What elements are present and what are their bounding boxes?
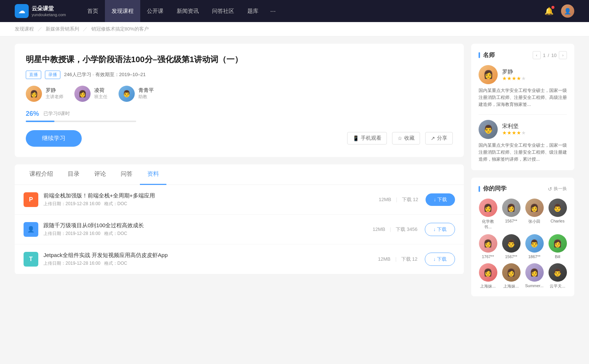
mobile-icon: 📱 (353, 135, 359, 141)
classmate-name-5: 1567** (505, 254, 517, 259)
favorite-button[interactable]: ☆ 收藏 (392, 132, 420, 144)
tab-comment[interactable]: 评论 (87, 164, 113, 185)
notification-dot (551, 6, 554, 9)
classmate-avatar-3: 👨 (549, 199, 567, 217)
teacher-name-1: 凌荷 (94, 87, 107, 94)
classmates-grid: 👩 化学教书... 👩 1567** 👩 张小田 👨 Charles 👩 (479, 199, 567, 289)
share-button[interactable]: ↗ 分享 (425, 132, 453, 144)
tab-catalog[interactable]: 目录 (60, 164, 87, 185)
resource-title-2: Jetpack全组件实战 开发短视频应用高仿皮皮虾App (43, 252, 378, 259)
teacher-role-1: 班主任 (94, 94, 107, 100)
breadcrumb-current: 销冠修炼术搞定80%的客户 (91, 26, 149, 32)
classmate-avatar-8: 👩 (479, 263, 497, 282)
breadcrumb-discover[interactable]: 发现课程 (15, 26, 34, 32)
classmate-item-11[interactable]: 👨 云平天... (548, 263, 567, 289)
classmate-avatar-6: 👨 (525, 234, 544, 253)
logo-icon: ☁ (15, 4, 29, 18)
refresh-classmates-button[interactable]: ↺ 换一换 (548, 186, 567, 192)
teacher-item-2: 👨 青青平 助教 (119, 86, 154, 102)
teacher-name-2: 青青平 (138, 87, 154, 94)
resource-item-1: 👤 跟随千万级项目从0到100全过程高效成长 上传日期：2019-12-28 1… (15, 215, 464, 245)
download-button-0[interactable]: ↓ 下载 (426, 193, 455, 206)
classmate-item-9[interactable]: 👩 上海妹... (502, 263, 521, 289)
resource-icon-1: 👤 (24, 222, 38, 237)
classmate-item-8[interactable]: 👩 上海妹... (479, 263, 497, 289)
classmate-name-1: 1567** (505, 219, 517, 223)
teacher-role-2: 助教 (138, 94, 154, 100)
continue-learning-button[interactable]: 继续学习 (26, 130, 82, 147)
classmate-name-11: 云平天... (550, 283, 565, 289)
classmate-item-7[interactable]: 👩 Bill (548, 234, 567, 259)
progress-label: 已学习0课时 (43, 110, 70, 117)
progress-section: 26% 已学习0课时 (26, 110, 453, 122)
classmate-item-1[interactable]: 👩 1567** (502, 199, 521, 230)
nav-item-news[interactable]: 新闻资讯 (170, 0, 205, 22)
page-next-button[interactable]: › (559, 51, 567, 59)
nav-item-qa[interactable]: 问答社区 (205, 0, 241, 22)
sidebar-teacher-1: 👨 宋利坚 ★★★★★ 国内某重点大学安全工程专业硕士，国家一级注册消防工程师、… (479, 120, 567, 163)
tab-intro[interactable]: 课程介绍 (22, 164, 60, 185)
classmate-avatar-9: 👩 (502, 263, 521, 282)
course-header-card: 明星中教授课，小学阶段语法100分–强化级第1讲动词（一） 直播 录播 246人… (15, 44, 464, 157)
classmate-item-3[interactable]: 👨 Charles (548, 199, 567, 230)
navbar: ☁ 云朵课堂 yundouketang.com 首页 发现课程 公开课 新闻资讯… (0, 0, 589, 22)
sidebar-teacher-stars-1: ★★★★★ (502, 130, 526, 136)
resource-info-0: 前端全栈加强版！前端全栈+全周期+多端应用 上传日期：2019-12-28 16… (43, 192, 379, 207)
progress-bar-bg (26, 121, 136, 122)
progress-bar-fill (26, 121, 54, 122)
nav-item-home[interactable]: 首页 (81, 0, 105, 22)
teacher-avatar-2: 👨 (119, 86, 135, 102)
classmate-avatar-11: 👨 (549, 263, 567, 282)
page-prev-button[interactable]: ‹ (533, 51, 541, 59)
badge-live: 直播 (26, 71, 41, 79)
nav-more[interactable]: ··· (265, 0, 281, 22)
teacher-role-0: 主讲老师 (46, 94, 63, 100)
page-current: 1 (543, 53, 546, 58)
classmate-name-3: Charles (551, 219, 565, 223)
teachers-title: 名师 (483, 51, 533, 59)
download-button-2[interactable]: ↓ 下载 (425, 253, 455, 266)
classmate-item-5[interactable]: 👨 1567** (502, 234, 521, 259)
teachers-accent (479, 52, 480, 58)
classmate-item-4[interactable]: 👩 1767** (479, 234, 497, 259)
resource-item-2: T Jetpack全组件实战 开发短视频应用高仿皮皮虾App 上传日期：2019… (15, 245, 464, 274)
tab-resources[interactable]: 资料 (140, 164, 166, 185)
classmate-avatar-1: 👩 (502, 199, 521, 217)
user-avatar[interactable]: 👤 (561, 4, 574, 18)
classmate-item-6[interactable]: 👨 1867** (525, 234, 544, 259)
nav-item-open[interactable]: 公开课 (140, 0, 170, 22)
badge-record: 录播 (45, 71, 60, 79)
mobile-view-button[interactable]: 📱 手机观看 (347, 132, 387, 144)
download-button-1[interactable]: ↓ 下载 (425, 223, 455, 236)
teachers-row: 👩 罗静 主讲老师 👩 凌荷 班主任 (26, 86, 453, 102)
classmate-item-2[interactable]: 👩 张小田 (525, 199, 544, 230)
classmates-accent (479, 186, 480, 192)
course-title: 明星中教授课，小学阶段语法100分–强化级第1讲动词（一） (26, 54, 453, 65)
page-total: 10 (551, 53, 557, 58)
breadcrumb-series[interactable]: 新媒体营销系列 (46, 26, 79, 32)
classmate-item-10[interactable]: 👩 Summer... (525, 263, 544, 289)
tab-qa[interactable]: 问答 (113, 164, 140, 185)
classmate-name-4: 1767** (482, 254, 494, 259)
sidebar-teacher-avatar-1: 👨 (479, 120, 498, 139)
breadcrumb-sep1: ／ (38, 26, 42, 32)
tabs-header: 课程介绍 目录 评论 问答 资料 (15, 164, 464, 185)
resource-meta-1: 上传日期：2019-12-28 16:00 格式：DOC (43, 231, 373, 237)
course-tabs-card: 课程介绍 目录 评论 问答 资料 P 前端全栈加强版！前端全栈+全周期+多端应用… (15, 164, 464, 274)
classmate-name-2: 张小田 (528, 219, 540, 224)
nav-right: 🔔 👤 (544, 4, 574, 18)
classmate-name-8: 上海妹... (480, 283, 495, 289)
nav-item-quiz[interactable]: 题库 (241, 0, 265, 22)
resource-stats-0: 12MB ｜ 下载 12 (379, 196, 418, 203)
resource-stats-1: 12MB ｜ 下载 3456 (373, 226, 417, 233)
notification-bell[interactable]: 🔔 (544, 7, 554, 15)
sidebar-teacher-desc-0: 国内某重点大学安全工程专业硕士，国家一级注册消防工程师、注册安全工程师、高级注册… (479, 87, 567, 108)
resource-icon-0: P (24, 192, 38, 207)
logo-text: 云朵课堂 yundouketang.com (32, 5, 66, 17)
classmate-avatar-10: 👩 (525, 263, 544, 282)
logo-area[interactable]: ☁ 云朵课堂 yundouketang.com (15, 4, 66, 18)
classmate-item-0[interactable]: 👩 化学教书... (479, 199, 497, 230)
nav-item-discover[interactable]: 发现课程 (105, 0, 140, 22)
sidebar-teacher-avatar-0: 👩 (479, 65, 498, 84)
sidebar-teacher-name-0: 罗静 (502, 68, 526, 75)
